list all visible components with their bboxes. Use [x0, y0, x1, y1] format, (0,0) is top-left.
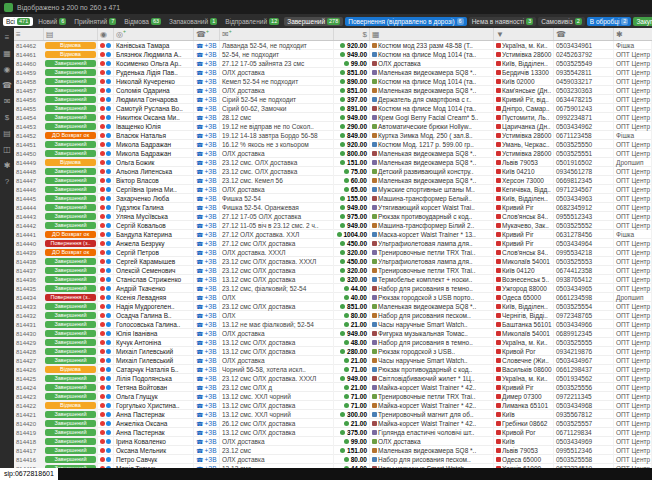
col-header-total[interactable]: $: [334, 28, 370, 40]
customer-name[interactable]: Віктор Власов: [114, 176, 194, 185]
customer-name[interactable]: Тетяна Войтован: [114, 383, 194, 392]
table-row[interactable]: 814441 ДО Возврат ок Бандула Катерина ☎ …: [14, 230, 652, 239]
table-row[interactable]: 814423 Завершений Ольга Глущук ☎ +ЗВ: [14, 392, 652, 401]
call-button[interactable]: ☎ +ЗВ: [194, 410, 220, 419]
customer-name[interactable]: Гудзлюк Галина: [114, 203, 194, 212]
call-button[interactable]: ☎ +ЗВ: [194, 140, 220, 149]
product-cell[interactable]: Костюм мод 233 разм 48-58 (Т..: [370, 41, 494, 50]
status-tab[interactable]: Відправлений 12: [222, 17, 282, 26]
help-icon[interactable]: ?: [2, 177, 12, 186]
call-button[interactable]: ☎ +ЗВ: [194, 131, 220, 140]
call-button[interactable]: ☎ +ЗВ: [194, 302, 220, 311]
customer-phone[interactable]: 0503230363: [554, 86, 614, 95]
product-cell[interactable]: Маленькая видеокамера SQ8 *..: [370, 176, 494, 185]
table-row[interactable]: 814432 Завершений Осадча Галина В.. ☎ +З…: [14, 311, 652, 320]
status-tab[interactable]: Запакований 1: [166, 17, 220, 26]
product-cell[interactable]: Майка-корсет Waist Trainer * 42..: [370, 419, 494, 428]
customer-phone[interactable]: 0503434966: [554, 320, 614, 329]
customer-phone[interactable]: 0992234871: [554, 113, 614, 122]
product-cell[interactable]: Маленькая видеокамера SQ8 *..: [370, 86, 494, 95]
call-button[interactable]: ☎ +ЗВ: [194, 248, 220, 257]
product-cell[interactable]: Машина-трансформер Белый..: [370, 194, 494, 203]
customer-name[interactable]: Сатарчук Наталія Б..: [114, 365, 194, 374]
status-tab[interactable]: Прийнятий 7: [71, 17, 119, 26]
call-button[interactable]: ☎ +ЗВ: [194, 437, 220, 446]
table-row[interactable]: 814439 ДО Возврат ок Сергій Петров ☎ +ЗВ: [14, 248, 652, 257]
call-button[interactable]: ☎ +ЗВ: [194, 212, 220, 221]
product-cell[interactable]: Держатель для смартфона с г..: [370, 95, 494, 104]
customer-name[interactable]: Ольга Божик: [114, 158, 194, 167]
call-button[interactable]: ☎ +ЗВ: [194, 455, 220, 464]
customer-name[interactable]: Олексій Семенович: [114, 266, 194, 275]
customer-phone[interactable]: 0689912345: [554, 329, 614, 338]
status-tab[interactable]: Всі 471: [3, 17, 33, 26]
product-cell[interactable]: Маска-корсет Waist Trainer * 13..: [370, 230, 494, 239]
customer-phone[interactable]: 0935542811: [554, 68, 614, 77]
call-button[interactable]: ☎ +ЗВ: [194, 158, 220, 167]
customer-phone[interactable]: 0503525551: [554, 149, 614, 158]
call-button[interactable]: ☎ +ЗВ: [194, 419, 220, 428]
call-button[interactable]: ☎ +ЗВ: [194, 320, 220, 329]
call-button[interactable]: ☎ +ЗВ: [194, 293, 220, 302]
table-row[interactable]: 814450 Завершений Микола Бадражан ☎ +ЗВ: [14, 149, 652, 158]
call-button[interactable]: ☎ +ЗВ: [194, 257, 220, 266]
customer-phone[interactable]: 0503525558: [554, 455, 614, 464]
table-row[interactable]: 814435 Завершений Андрій Ткаченко ☎ +ЗВ: [14, 284, 652, 293]
call-button[interactable]: ☎ +ЗВ: [194, 266, 220, 275]
customer-phone[interactable]: 0501934562: [554, 374, 614, 383]
call-button[interactable]: ☎ +ЗВ: [194, 104, 220, 113]
customer-name[interactable]: Анжела Безруку: [114, 239, 194, 248]
customer-phone[interactable]: 0503525549: [554, 59, 614, 68]
product-cell[interactable]: Набор для рисования в темно..: [370, 338, 494, 347]
col-header-call[interactable]: ☎+: [194, 28, 220, 40]
product-cell[interactable]: Гірлянда еластичні чоловічі шт..: [370, 428, 494, 437]
status-tab[interactable]: Нема в наявності 3: [469, 17, 537, 26]
customer-name[interactable]: Надія Мудрогелен..: [114, 302, 194, 311]
customer-phone[interactable]: 0503525552: [554, 221, 614, 230]
table-row[interactable]: 814433 Завершений Надія Мудрогелен.. ☎ +…: [14, 302, 652, 311]
dashboard-icon[interactable]: ▦: [2, 49, 12, 58]
table-row[interactable]: 814447 Завершений Віктор Власов ☎ +ЗВ: [14, 176, 652, 185]
product-cell[interactable]: ОЛХ доставка: [370, 59, 494, 68]
customer-phone[interactable]: 0459033217: [554, 77, 614, 86]
customer-name[interactable]: Петро Савчук: [114, 455, 194, 464]
product-cell[interactable]: Рюкзак противоударный с код..: [370, 365, 494, 374]
customer-phone[interactable]: 0503434963: [554, 194, 614, 203]
table-row[interactable]: 814416 Завершений Петро Савчук ☎ +ЗВ: [14, 455, 652, 464]
customer-name[interactable]: Ірина Коваленко: [114, 437, 194, 446]
product-cell[interactable]: Крем Gogi Berry Facial Cream* 5..: [370, 113, 494, 122]
customer-phone[interactable]: 0503525553: [554, 257, 614, 266]
product-cell[interactable]: Маленькая видеокамера SQ8 *..: [370, 302, 494, 311]
call-button[interactable]: ☎ +ЗВ: [194, 356, 220, 365]
call-button[interactable]: ☎ +ЗВ: [194, 41, 220, 50]
call-button[interactable]: ☎ +ЗВ: [194, 311, 220, 320]
reports-icon[interactable]: ◫: [2, 145, 12, 154]
call-button[interactable]: ☎ +ЗВ: [194, 149, 220, 158]
call-button[interactable]: ☎ +ЗВ: [194, 176, 220, 185]
product-cell[interactable]: Майка-корсет Waist Trainer * 42..: [370, 401, 494, 410]
product-cell[interactable]: Куртка Зимка Мод. 250 ( зал.8..: [370, 131, 494, 140]
table-row[interactable]: 814434 Повернення (з.. Ксенія Левадняя ☎…: [14, 293, 652, 302]
table-row[interactable]: 814453 Завершений Іващенко Юлія ☎ +ЗВ: [14, 122, 652, 131]
call-button[interactable]: ☎ +ЗВ: [194, 374, 220, 383]
table-row[interactable]: 814446 Завершений Сергіївна Ірина Ми.. ☎…: [14, 185, 652, 194]
customer-name[interactable]: Самотуй Руслана Во..: [114, 104, 194, 113]
call-button[interactable]: ☎ +ЗВ: [194, 113, 220, 122]
customer-phone[interactable]: 0934219876: [554, 347, 614, 356]
customer-phone[interactable]: 0503525557: [554, 419, 614, 428]
customer-name[interactable]: Сергей Карамышев: [114, 257, 194, 266]
customer-name[interactable]: Людмила Гончарова: [114, 95, 194, 104]
customer-phone[interactable]: 0503434962: [554, 122, 614, 131]
customer-name[interactable]: Соломія Одарина: [114, 86, 194, 95]
customer-phone[interactable]: 0503525554: [554, 302, 614, 311]
status-tab[interactable]: Самовивіз 2: [538, 17, 585, 26]
customer-phone[interactable]: 0503434969: [554, 437, 614, 446]
table-row[interactable]: 814425 Завершений Лілія Подолянська ☎ +З…: [14, 374, 652, 383]
customer-phone[interactable]: 0674412358: [554, 266, 614, 275]
customer-name[interactable]: Михаіл Гилевський: [114, 356, 194, 365]
customer-phone[interactable]: 0669812345: [554, 176, 614, 185]
customer-name[interactable]: Осадча Галина В..: [114, 311, 194, 320]
product-cell[interactable]: Костюм на флисе Мод 1014 (та..: [370, 50, 494, 59]
call-button[interactable]: ☎ +ЗВ: [194, 338, 220, 347]
table-row[interactable]: 814449 Відмова Ольга Божик ☎ +ЗВ: [14, 158, 652, 167]
